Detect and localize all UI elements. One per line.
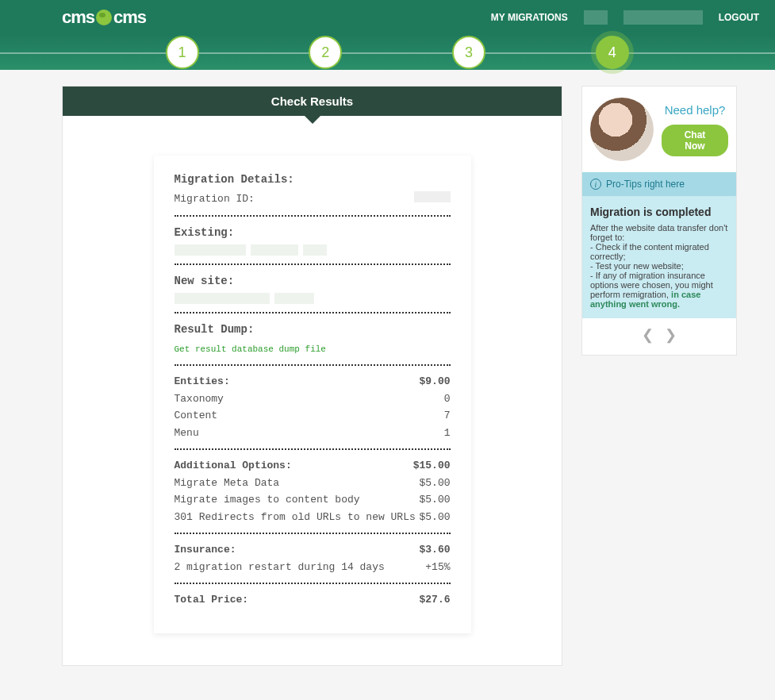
new-site-value-1 (175, 293, 270, 304)
step-4[interactable]: 4 (596, 36, 629, 69)
receipt-divider (175, 215, 451, 217)
entity-value: 0 (444, 391, 451, 407)
total-price-value: $27.6 (419, 592, 450, 608)
receipt: Migration Details: Migration ID: Existin… (154, 156, 471, 633)
entity-label: Content (175, 408, 218, 424)
entity-label: Taxonomy (175, 391, 224, 407)
addopt-value: $5.00 (419, 510, 450, 525)
help-box: Need help? Chat Now (582, 87, 736, 172)
receipt-divider (175, 364, 451, 366)
step-3[interactable]: 3 (452, 36, 485, 69)
prev-tip-icon[interactable]: ❮ (642, 327, 654, 343)
entities-total: $9.00 (419, 374, 450, 390)
tip-intro: After the website data transfer don't fo… (590, 223, 728, 242)
entities-heading: Entities: (175, 374, 230, 390)
result-dump-link[interactable]: Get result database dump file (175, 344, 326, 354)
sidebar: Need help? Chat Now i Pro-Tips right her… (581, 86, 737, 356)
topbar: cms cms MY MIGRATIONS LOGOUT (0, 0, 775, 35)
additional-options-total: $15.00 (413, 458, 451, 474)
existing-heading: Existing: (175, 225, 451, 241)
receipt-divider (175, 583, 451, 584)
new-site-heading: New site: (175, 273, 451, 290)
info-icon: i (590, 179, 601, 190)
entity-label: Menu (175, 425, 199, 441)
receipt-divider (175, 263, 451, 265)
main-panel: Check Results Migration Details: Migrati… (62, 86, 562, 666)
tip-line: - Test your new website; (590, 261, 728, 271)
tip-title: Migration is completed (590, 206, 728, 218)
tip-body: Migration is completed After the website… (582, 196, 736, 318)
insurance-total: $3.60 (419, 542, 450, 558)
entity-value: 1 (444, 425, 451, 441)
addopt-value: $5.00 (419, 475, 450, 491)
existing-value-1 (175, 244, 246, 256)
addopt-value: $5.00 (419, 492, 450, 508)
next-tip-icon[interactable]: ❯ (665, 327, 677, 343)
tip-line: - If any of migration insurance options … (590, 271, 728, 309)
receipt-divider (175, 533, 451, 534)
tip-line: - Check if the content migrated correctl… (590, 242, 728, 261)
logo[interactable]: cms cms (62, 7, 146, 28)
step-2[interactable]: 2 (309, 36, 342, 69)
leaf-icon (96, 10, 112, 25)
chat-now-button[interactable]: Chat Now (662, 125, 728, 156)
migration-details-heading: Migration Details: (175, 171, 451, 188)
logo-text-left: cms (62, 7, 94, 28)
existing-value-2 (251, 244, 298, 256)
main-header: Check Results (63, 87, 562, 116)
tip-nav: ❮ ❯ (582, 318, 736, 355)
addopt-label: Migrate images to content body (175, 492, 360, 508)
entity-value: 7 (444, 408, 451, 424)
insurance-heading: Insurance: (175, 542, 236, 558)
logo-text-right: cms (113, 7, 146, 28)
nav-logout[interactable]: LOGOUT (719, 12, 759, 23)
result-dump-heading: Result Dump: (175, 321, 451, 338)
receipt-divider (175, 448, 451, 450)
insurance-line-label: 2 migration restart during 14 days (175, 560, 385, 575)
nav-redacted-1 (584, 10, 608, 25)
need-help-label: Need help? (665, 103, 726, 117)
migration-id-value (414, 191, 451, 202)
total-price-heading: Total Price: (175, 592, 249, 608)
insurance-line-value: +15% (425, 560, 450, 575)
receipt-divider (175, 312, 451, 313)
addopt-label: Migrate Meta Data (175, 475, 280, 491)
support-avatar (590, 98, 654, 161)
step-1[interactable]: 1 (166, 36, 199, 69)
additional-options-heading: Additional Options: (175, 458, 292, 474)
nav-my-migrations[interactable]: MY MIGRATIONS (491, 12, 568, 23)
steps-bar: 1 2 3 4 (0, 35, 775, 70)
existing-value-3 (303, 244, 327, 256)
pro-tips-label: Pro-Tips right here (606, 179, 685, 190)
addopt-label: 301 Redirects from old URLs to new URLs (175, 510, 416, 525)
top-nav: MY MIGRATIONS LOGOUT (491, 10, 759, 25)
nav-redacted-2 (623, 10, 703, 25)
migration-id-label: Migration ID: (175, 191, 255, 207)
new-site-value-2 (274, 293, 314, 304)
steps-track (0, 52, 775, 54)
